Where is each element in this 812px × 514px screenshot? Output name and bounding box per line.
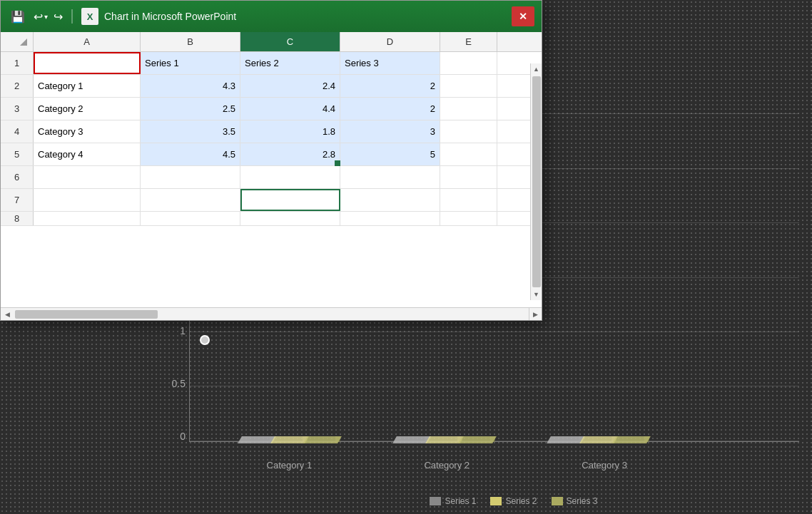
chart-handle-left[interactable] [200,335,210,345]
cell-e1[interactable] [440,52,497,74]
row-header-8[interactable]: 8 [1,212,34,225]
cell-d1[interactable]: Series 3 [340,52,440,74]
table-row: 7 [1,189,542,212]
cell-a2[interactable]: Category 1 [34,75,141,97]
cell-d8[interactable] [340,212,440,225]
spreadsheet-body: 1 Series 1 Series 2 Series 3 2 Category … [1,52,542,307]
legend-series3-label: Series 3 [567,496,598,506]
cell-d5[interactable]: 5 [340,143,440,165]
cell-c5[interactable]: 2.8 [240,143,340,165]
x-label-cat3: Category 3 [526,460,684,471]
col-header-c[interactable]: C [240,32,340,51]
cell-b8[interactable] [141,212,240,225]
excel-icon: X [81,8,98,25]
cell-d3[interactable]: 2 [340,98,440,120]
cell-a4[interactable]: Category 3 [34,120,141,143]
cell-a1[interactable] [34,52,141,74]
vertical-scrollbar[interactable]: ▲ ▼ [530,63,542,300]
cell-b7[interactable] [141,189,240,211]
cell-a7[interactable] [34,189,141,211]
horizontal-scrollbar[interactable]: ◀ ▶ [1,307,542,320]
cell-b2[interactable]: 4.3 [141,75,240,97]
titlebar-divider [71,9,73,24]
legend-series3-color [552,497,563,505]
cell-e6[interactable] [440,166,497,188]
cell-e5[interactable] [440,143,497,165]
cell-e4[interactable] [440,120,497,143]
cell-b1[interactable]: Series 1 [141,52,240,74]
col-header-a[interactable]: A [34,32,141,51]
cell-b5[interactable]: 4.5 [141,143,240,165]
col-header-d[interactable]: D [340,32,440,51]
corner-triangle [20,38,27,46]
cell-c7[interactable] [240,189,340,211]
legend-series1-color [430,497,441,505]
cell-e3[interactable] [440,98,497,120]
cell-e8[interactable] [440,212,497,225]
cell-d4[interactable]: 3 [340,120,440,143]
row-header-4[interactable]: 4 [1,120,34,143]
redo-button[interactable]: ↪ [54,10,63,24]
table-row: 5 Category 4 4.5 2.8 5 [1,143,542,166]
scroll-left-button[interactable]: ◀ [1,308,14,321]
row-header-1[interactable]: 1 [1,52,34,74]
cell-a8[interactable] [34,212,141,225]
row-header-2[interactable]: 2 [1,75,34,97]
table-row: 4 Category 3 3.5 1.8 3 [1,120,542,143]
excel-window: 💾 ↩ ▾ ↪ X Chart in Microsoft PowerPoint … [0,0,542,321]
legend-series2-color [490,497,502,505]
y-label-05: 0.5 [150,378,186,389]
x-label-cat2: Category 2 [368,460,526,471]
cell-b3[interactable]: 2.5 [141,98,240,120]
y-label-0: 0 [150,431,186,442]
selection-handle[interactable] [335,160,340,166]
column-headers: A B C D E [1,32,542,52]
row-header-5[interactable]: 5 [1,143,34,165]
cell-b6[interactable] [141,166,240,188]
close-button[interactable]: ✕ [512,6,534,26]
scroll-up-button[interactable]: ▲ [531,63,542,75]
scroll-down-button[interactable]: ▼ [531,289,542,300]
table-row: 1 Series 1 Series 2 Series 3 [1,52,542,75]
cell-d6[interactable] [340,166,440,188]
cell-e2[interactable] [440,75,497,97]
col-header-b[interactable]: B [141,32,240,51]
cell-d2[interactable]: 2 [340,75,440,97]
undo-dropdown-arrow[interactable]: ▾ [44,13,48,21]
legend-series1-label: Series 1 [445,496,476,506]
scroll-track-horizontal[interactable] [15,310,527,319]
cell-a6[interactable] [34,166,141,188]
chart-legend: Series 1 Series 2 Series 3 [214,496,812,506]
cell-e7[interactable] [440,189,497,211]
cell-c2[interactable]: 2.4 [240,75,340,97]
cell-a3[interactable]: Category 2 [34,98,141,120]
cell-c6[interactable] [240,166,340,188]
cell-c3[interactable]: 4.4 [240,98,340,120]
scroll-right-button[interactable]: ▶ [529,308,542,321]
undo-icon: ↩ [34,10,43,24]
undo-button[interactable]: ↩ ▾ [34,10,48,24]
scroll-thumb-vertical[interactable] [532,76,541,287]
table-row: 6 [1,166,542,189]
cell-c1[interactable]: Series 2 [240,52,340,74]
table-row: 8 [1,212,542,226]
x-label-cat1: Category 1 [210,460,368,471]
scroll-thumb-horizontal[interactable] [15,310,158,319]
excel-titlebar: 💾 ↩ ▾ ↪ X Chart in Microsoft PowerPoint … [1,1,542,32]
y-label-1: 1 [150,325,186,336]
corner-cell[interactable] [1,32,34,51]
row-header-3[interactable]: 3 [1,98,34,120]
cell-d7[interactable] [340,189,440,211]
cell-a5[interactable]: Category 4 [34,143,141,165]
table-row: 3 Category 2 2.5 4.4 2 [1,98,542,120]
cell-c4[interactable]: 1.8 [240,120,340,143]
save-button[interactable]: 💾 [8,6,28,26]
cell-b4[interactable]: 3.5 [141,120,240,143]
legend-series2-label: Series 2 [505,496,537,506]
row-header-7[interactable]: 7 [1,189,34,211]
cell-c8[interactable] [240,212,340,225]
row-header-6[interactable]: 6 [1,166,34,188]
legend-series3: Series 3 [552,496,598,506]
col-header-e[interactable]: E [440,32,497,51]
table-row: 2 Category 1 4.3 2.4 2 [1,75,542,98]
